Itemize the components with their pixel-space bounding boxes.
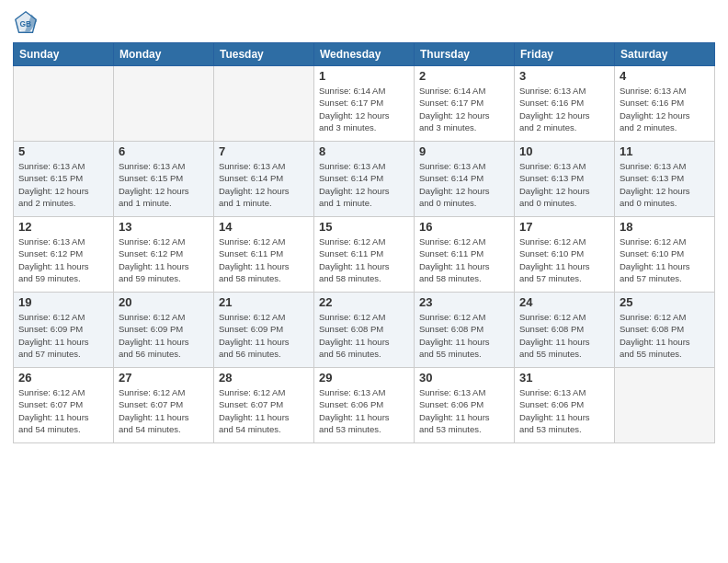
day-cell: 17Sunrise: 6:12 AM Sunset: 6:10 PM Dayli… (515, 217, 615, 293)
day-number: 30 (419, 371, 509, 385)
day-cell: 13Sunrise: 6:12 AM Sunset: 6:12 PM Dayli… (114, 217, 214, 293)
day-cell (14, 66, 114, 142)
day-cell: 4Sunrise: 6:13 AM Sunset: 6:16 PM Daylig… (615, 66, 715, 142)
day-info: Sunrise: 6:12 AM Sunset: 6:07 PM Dayligh… (18, 386, 108, 435)
day-cell: 2Sunrise: 6:14 AM Sunset: 6:17 PM Daylig… (415, 66, 515, 142)
day-cell: 28Sunrise: 6:12 AM Sunset: 6:07 PM Dayli… (214, 368, 314, 443)
day-number: 15 (319, 220, 409, 234)
day-info: Sunrise: 6:13 AM Sunset: 6:06 PM Dayligh… (319, 386, 409, 435)
calendar: SundayMondayTuesdayWednesdayThursdayFrid… (13, 42, 715, 443)
day-cell (214, 66, 314, 142)
day-cell: 8Sunrise: 6:13 AM Sunset: 6:14 PM Daylig… (314, 142, 415, 217)
day-cell: 7Sunrise: 6:13 AM Sunset: 6:14 PM Daylig… (214, 142, 314, 217)
day-cell: 15Sunrise: 6:12 AM Sunset: 6:11 PM Dayli… (314, 217, 415, 293)
day-number: 6 (119, 144, 209, 158)
day-info: Sunrise: 6:12 AM Sunset: 6:08 PM Dayligh… (620, 311, 710, 360)
day-cell: 19Sunrise: 6:12 AM Sunset: 6:09 PM Dayli… (14, 293, 114, 368)
day-number: 25 (620, 295, 710, 309)
day-info: Sunrise: 6:13 AM Sunset: 6:06 PM Dayligh… (519, 386, 609, 435)
page: GB SundayMondayTuesdayWednesdayThursdayF… (0, 0, 728, 563)
day-number: 3 (519, 69, 609, 83)
day-info: Sunrise: 6:14 AM Sunset: 6:17 PM Dayligh… (319, 85, 409, 133)
day-info: Sunrise: 6:13 AM Sunset: 6:12 PM Dayligh… (18, 236, 108, 284)
day-number: 28 (219, 371, 309, 385)
day-info: Sunrise: 6:12 AM Sunset: 6:10 PM Dayligh… (519, 236, 609, 284)
day-cell: 3Sunrise: 6:13 AM Sunset: 6:16 PM Daylig… (515, 66, 615, 142)
day-info: Sunrise: 6:13 AM Sunset: 6:15 PM Dayligh… (18, 160, 108, 209)
day-info: Sunrise: 6:12 AM Sunset: 6:08 PM Dayligh… (519, 311, 609, 360)
svg-text:GB: GB (19, 19, 31, 29)
day-cell: 30Sunrise: 6:13 AM Sunset: 6:06 PM Dayli… (415, 368, 515, 443)
day-number: 18 (620, 220, 710, 234)
day-info: Sunrise: 6:13 AM Sunset: 6:16 PM Dayligh… (519, 85, 609, 133)
day-cell: 26Sunrise: 6:12 AM Sunset: 6:07 PM Dayli… (14, 368, 114, 443)
day-cell: 18Sunrise: 6:12 AM Sunset: 6:10 PM Dayli… (615, 217, 715, 293)
day-info: Sunrise: 6:12 AM Sunset: 6:08 PM Dayligh… (419, 311, 509, 360)
weekday-header-tuesday: Tuesday (214, 43, 314, 66)
day-info: Sunrise: 6:12 AM Sunset: 6:07 PM Dayligh… (219, 386, 309, 435)
day-number: 7 (219, 144, 309, 158)
day-number: 24 (519, 295, 609, 309)
day-info: Sunrise: 6:12 AM Sunset: 6:11 PM Dayligh… (319, 236, 409, 284)
day-cell: 6Sunrise: 6:13 AM Sunset: 6:15 PM Daylig… (114, 142, 214, 217)
day-info: Sunrise: 6:13 AM Sunset: 6:13 PM Dayligh… (620, 160, 710, 209)
day-info: Sunrise: 6:13 AM Sunset: 6:15 PM Dayligh… (119, 160, 209, 209)
day-number: 17 (519, 220, 609, 234)
day-number: 9 (419, 144, 509, 158)
day-info: Sunrise: 6:13 AM Sunset: 6:14 PM Dayligh… (219, 160, 309, 209)
week-row-2: 5Sunrise: 6:13 AM Sunset: 6:15 PM Daylig… (14, 142, 715, 217)
day-cell: 29Sunrise: 6:13 AM Sunset: 6:06 PM Dayli… (314, 368, 415, 443)
day-cell (114, 66, 214, 142)
day-info: Sunrise: 6:12 AM Sunset: 6:10 PM Dayligh… (620, 236, 710, 284)
day-cell: 25Sunrise: 6:12 AM Sunset: 6:08 PM Dayli… (615, 293, 715, 368)
day-number: 26 (18, 371, 108, 385)
logo-icon: GB (13, 9, 39, 35)
weekday-header-wednesday: Wednesday (314, 43, 415, 66)
day-number: 4 (620, 69, 710, 83)
day-number: 12 (18, 220, 108, 234)
day-info: Sunrise: 6:12 AM Sunset: 6:09 PM Dayligh… (119, 311, 209, 360)
day-number: 14 (219, 220, 309, 234)
day-number: 11 (620, 144, 710, 158)
day-number: 20 (119, 295, 209, 309)
day-number: 8 (319, 144, 409, 158)
day-number: 16 (419, 220, 509, 234)
day-cell: 23Sunrise: 6:12 AM Sunset: 6:08 PM Dayli… (415, 293, 515, 368)
weekday-header-row: SundayMondayTuesdayWednesdayThursdayFrid… (14, 43, 715, 66)
day-number: 5 (18, 144, 108, 158)
day-info: Sunrise: 6:12 AM Sunset: 6:09 PM Dayligh… (219, 311, 309, 360)
day-info: Sunrise: 6:13 AM Sunset: 6:06 PM Dayligh… (419, 386, 509, 435)
week-row-5: 26Sunrise: 6:12 AM Sunset: 6:07 PM Dayli… (14, 368, 715, 443)
weekday-header-monday: Monday (114, 43, 214, 66)
day-number: 22 (319, 295, 409, 309)
day-cell: 1Sunrise: 6:14 AM Sunset: 6:17 PM Daylig… (314, 66, 415, 142)
day-cell: 14Sunrise: 6:12 AM Sunset: 6:11 PM Dayli… (214, 217, 314, 293)
weekday-header-saturday: Saturday (615, 43, 715, 66)
weekday-header-thursday: Thursday (415, 43, 515, 66)
day-number: 2 (419, 69, 509, 83)
day-number: 21 (219, 295, 309, 309)
day-cell: 16Sunrise: 6:12 AM Sunset: 6:11 PM Dayli… (415, 217, 515, 293)
day-info: Sunrise: 6:12 AM Sunset: 6:09 PM Dayligh… (18, 311, 108, 360)
day-cell: 11Sunrise: 6:13 AM Sunset: 6:13 PM Dayli… (615, 142, 715, 217)
day-number: 19 (18, 295, 108, 309)
day-info: Sunrise: 6:13 AM Sunset: 6:16 PM Dayligh… (620, 85, 710, 133)
week-row-3: 12Sunrise: 6:13 AM Sunset: 6:12 PM Dayli… (14, 217, 715, 293)
day-info: Sunrise: 6:13 AM Sunset: 6:14 PM Dayligh… (319, 160, 409, 209)
day-cell: 21Sunrise: 6:12 AM Sunset: 6:09 PM Dayli… (214, 293, 314, 368)
day-number: 23 (419, 295, 509, 309)
day-number: 27 (119, 371, 209, 385)
day-number: 1 (319, 69, 409, 83)
weekday-header-friday: Friday (515, 43, 615, 66)
day-info: Sunrise: 6:12 AM Sunset: 6:08 PM Dayligh… (319, 311, 409, 360)
day-cell: 27Sunrise: 6:12 AM Sunset: 6:07 PM Dayli… (114, 368, 214, 443)
day-cell: 24Sunrise: 6:12 AM Sunset: 6:08 PM Dayli… (515, 293, 615, 368)
day-number: 31 (519, 371, 609, 385)
day-cell: 9Sunrise: 6:13 AM Sunset: 6:14 PM Daylig… (415, 142, 515, 217)
day-cell: 22Sunrise: 6:12 AM Sunset: 6:08 PM Dayli… (314, 293, 415, 368)
week-row-4: 19Sunrise: 6:12 AM Sunset: 6:09 PM Dayli… (14, 293, 715, 368)
day-cell: 10Sunrise: 6:13 AM Sunset: 6:13 PM Dayli… (515, 142, 615, 217)
day-cell: 31Sunrise: 6:13 AM Sunset: 6:06 PM Dayli… (515, 368, 615, 443)
day-cell (615, 368, 715, 443)
day-info: Sunrise: 6:12 AM Sunset: 6:11 PM Dayligh… (219, 236, 309, 284)
